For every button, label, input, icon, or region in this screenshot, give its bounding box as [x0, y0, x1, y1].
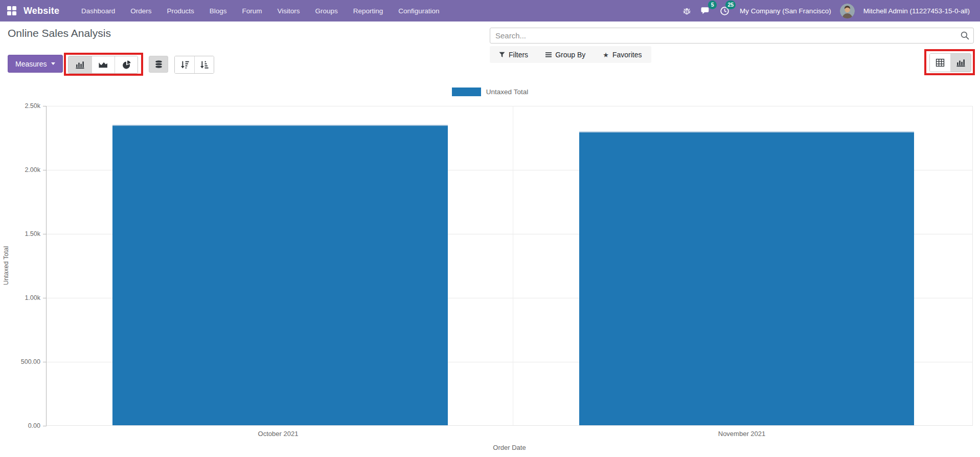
menu-visitors[interactable]: Visitors	[269, 1, 307, 21]
y-tick-label: 2.00k	[25, 166, 40, 173]
filters-label: Filters	[509, 51, 528, 59]
chevron-down-icon	[51, 62, 55, 65]
y-tick-label: 0.00	[28, 422, 40, 429]
bar-october-2021[interactable]	[112, 125, 448, 425]
menu-dashboard[interactable]: Dashboard	[74, 1, 123, 21]
favorites-button[interactable]: Favorites	[603, 51, 642, 59]
chart-type-group	[68, 56, 138, 74]
sort-descending-button[interactable]	[175, 56, 194, 73]
navbar-right: 5 25 My Company (San Francisco) Mitchell…	[680, 4, 973, 18]
area-chart-button[interactable]	[92, 56, 115, 73]
filters-button[interactable]: Filters	[499, 51, 528, 59]
messages-icon[interactable]: 5	[699, 4, 712, 17]
funnel-icon	[499, 52, 505, 58]
app-window: Website Dashboard Orders Products Blogs …	[0, 0, 980, 457]
category-divider-gridline	[513, 106, 513, 425]
main-menu: Dashboard Orders Products Blogs Forum Vi…	[74, 1, 447, 21]
x-axis-title: Order Date	[493, 444, 526, 451]
view-switcher	[929, 53, 971, 72]
apps-menu-icon[interactable]	[7, 6, 16, 15]
search-box	[490, 28, 974, 43]
menu-forum[interactable]: Forum	[234, 1, 269, 21]
menu-orders[interactable]: Orders	[123, 1, 159, 21]
activities-clock-icon[interactable]: 25	[718, 4, 731, 17]
y-tick-label: 1.00k	[25, 294, 40, 301]
tick-mark	[43, 170, 47, 170]
tick-mark	[43, 298, 47, 298]
top-navbar: Website Dashboard Orders Products Blogs …	[0, 0, 980, 21]
group-by-label: Group By	[555, 51, 585, 59]
page-title: Online Sales Analysis	[8, 27, 111, 39]
group-by-button[interactable]: Group By	[545, 51, 585, 59]
chart-legend[interactable]: Untaxed Total	[0, 88, 980, 96]
y-tick-label: 1.50k	[25, 230, 40, 237]
debug-bug-icon[interactable]	[680, 4, 693, 17]
sort-group	[174, 56, 214, 74]
measures-label: Measures	[15, 60, 47, 68]
measures-button[interactable]: Measures	[8, 55, 63, 73]
tick-mark	[43, 426, 47, 426]
stacked-toggle-button[interactable]	[149, 56, 168, 73]
star-icon	[603, 51, 609, 59]
filter-row: Filters Group By Favorites	[490, 46, 651, 63]
graph-view-button[interactable]	[950, 54, 971, 72]
user-avatar[interactable]	[840, 4, 855, 18]
legend-label: Untaxed Total	[486, 88, 528, 96]
tick-mark	[43, 362, 47, 362]
menu-products[interactable]: Products	[159, 1, 201, 21]
legend-swatch	[452, 88, 481, 96]
x-tick-label: October 2021	[258, 430, 299, 438]
search-input[interactable]	[490, 28, 974, 43]
user-menu[interactable]: Mitchell Admin (11227453-15-0-all)	[860, 7, 973, 15]
menu-blogs[interactable]: Blogs	[202, 1, 235, 21]
x-tick-label: November 2021	[718, 430, 766, 438]
favorites-label: Favorites	[612, 51, 642, 59]
app-name[interactable]: Website	[24, 6, 59, 16]
group-by-icon	[545, 52, 552, 58]
tick-mark	[43, 106, 47, 106]
menu-groups[interactable]: Groups	[308, 1, 346, 21]
bar-november-2021[interactable]	[579, 132, 914, 425]
tick-mark	[43, 234, 47, 234]
gridline	[47, 106, 972, 106]
menu-configuration[interactable]: Configuration	[391, 1, 447, 21]
company-switcher[interactable]: My Company (San Francisco)	[737, 7, 834, 15]
navbar-left: Website Dashboard Orders Products Blogs …	[7, 1, 447, 21]
chart-plot-area: Untaxed Total 2.50k 2.00k 1.50k 1.00k 50…	[46, 106, 973, 426]
pivot-view-button[interactable]	[930, 54, 950, 72]
bar-chart-button[interactable]	[69, 56, 92, 73]
sort-ascending-button[interactable]	[194, 56, 214, 73]
y-tick-label: 500.00	[21, 358, 40, 365]
pie-chart-button[interactable]	[115, 56, 138, 73]
menu-reporting[interactable]: Reporting	[346, 1, 391, 21]
y-axis-title: Untaxed Total	[3, 106, 10, 425]
y-tick-label: 2.50k	[25, 102, 40, 110]
activities-badge: 25	[725, 1, 736, 9]
messages-badge: 5	[708, 1, 717, 9]
search-icon[interactable]	[961, 31, 969, 42]
